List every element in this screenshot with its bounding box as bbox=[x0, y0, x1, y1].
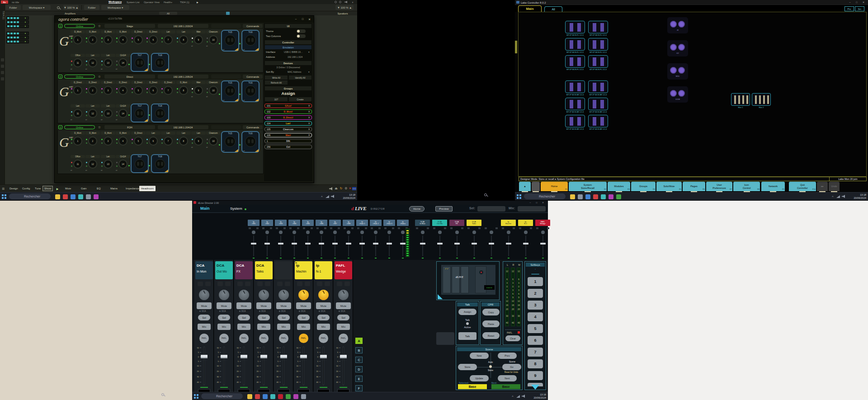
mini-strip-fader-cap[interactable] bbox=[454, 243, 460, 245]
strip-assign-button[interactable] bbox=[225, 282, 231, 286]
lake-meter-module[interactable] bbox=[731, 93, 750, 106]
taskbar-app-icon[interactable] bbox=[78, 194, 83, 199]
port-knob[interactable]: 12 bbox=[88, 109, 97, 118]
mix-button[interactable]: Mix bbox=[277, 324, 290, 330]
strip-knob[interactable] bbox=[199, 290, 209, 300]
mini-strip-fader-track[interactable] bbox=[542, 235, 543, 256]
group-remove-button[interactable]: X bbox=[308, 133, 310, 137]
maximize-button[interactable]: □ bbox=[300, 17, 305, 21]
toolbar-button-system-store-recall[interactable]: System Store/RecallF2 bbox=[569, 182, 607, 191]
mini-strip-button[interactable] bbox=[384, 227, 387, 229]
mini-strip-fader-cap[interactable] bbox=[387, 243, 392, 245]
mute-button[interactable]: Mute bbox=[316, 302, 331, 309]
strip-assign-button[interactable] bbox=[344, 282, 350, 286]
mini-strip-fader-track[interactable] bbox=[491, 235, 492, 256]
port-knob[interactable]: 8 bbox=[179, 136, 188, 146]
strip-header[interactable]: DCAIn Mon bbox=[195, 261, 213, 279]
mini-strip-fader-track[interactable] bbox=[253, 235, 254, 256]
strip-knob[interactable] bbox=[298, 290, 309, 300]
softkey-3[interactable]: 3 bbox=[528, 301, 543, 310]
taskbar-app-icon[interactable] bbox=[301, 394, 306, 399]
tab-all[interactable]: All bbox=[544, 6, 562, 12]
taskbar-app-icon[interactable] bbox=[263, 394, 268, 399]
toolbar-button--[interactable]: ▸▸ bbox=[817, 182, 828, 191]
strip-header[interactable]: DCAFX bbox=[235, 261, 253, 279]
pafl-button[interactable]: PAFL bbox=[219, 334, 229, 343]
pane-tab-amplifiers[interactable]: Amplifiers bbox=[60, 12, 80, 15]
port-knob[interactable]: 4 bbox=[118, 86, 127, 95]
strip-header[interactable]: PAFLWedge bbox=[335, 261, 352, 279]
taskbar-app-icon[interactable] bbox=[570, 194, 575, 199]
mini-strip-knob[interactable] bbox=[472, 231, 476, 234]
lake-frame-module[interactable] bbox=[565, 115, 585, 127]
port-knob[interactable]: 7 bbox=[164, 35, 173, 44]
mini-strip-fader-cap[interactable] bbox=[506, 243, 511, 245]
mini-strip-fader-cap[interactable] bbox=[292, 243, 297, 245]
mix-button[interactable]: Mix bbox=[198, 324, 211, 330]
connector-box[interactable]: Tr15wt bbox=[221, 131, 239, 153]
mini-strip-button[interactable] bbox=[330, 227, 332, 229]
strip-knob[interactable] bbox=[239, 290, 249, 300]
mini-strip-fader-cap[interactable] bbox=[400, 243, 406, 245]
sidebar-mini-icon[interactable] bbox=[1, 65, 4, 68]
group-id-field[interactable]: 107 bbox=[265, 97, 288, 101]
port-knob[interactable]: 10 bbox=[209, 35, 218, 44]
mini-strip-knob[interactable] bbox=[306, 231, 310, 234]
taskbar-app-icon[interactable] bbox=[94, 194, 99, 199]
mini-strip-knob[interactable] bbox=[333, 231, 337, 234]
lake-frame-module[interactable] bbox=[565, 21, 585, 33]
talk-button[interactable]: Talk bbox=[458, 332, 476, 340]
group-row[interactable]: 106Wan!X bbox=[264, 133, 312, 137]
mini-strip-fader-track[interactable] bbox=[321, 235, 322, 256]
taskbar-app-icon[interactable] bbox=[286, 394, 291, 399]
mini-strip-knob[interactable] bbox=[387, 231, 391, 234]
device-name-field[interactable]: Stage bbox=[104, 24, 155, 28]
pafl-button[interactable]: PAFL bbox=[239, 334, 249, 343]
taskbar-app-icon[interactable] bbox=[601, 194, 606, 199]
folder-button[interactable]: Folder bbox=[5, 5, 21, 10]
pafl-button[interactable]: PAFL bbox=[199, 334, 209, 343]
scene-prev-button[interactable]: Prev bbox=[498, 353, 517, 359]
strip-assign-button[interactable] bbox=[217, 282, 223, 286]
start-button[interactable] bbox=[194, 394, 198, 399]
port-knob[interactable]: 13 bbox=[104, 58, 113, 67]
softkeys-down-icon[interactable] bbox=[531, 385, 539, 390]
port-knob[interactable]: 3 bbox=[104, 86, 113, 95]
taskbar-app-icon[interactable] bbox=[55, 194, 60, 199]
mini-strip-fader-track[interactable] bbox=[422, 235, 423, 256]
fader-cap[interactable] bbox=[241, 355, 247, 358]
commands-button[interactable]: Commands bbox=[243, 24, 263, 28]
port-knob[interactable]: 6 bbox=[149, 35, 158, 44]
port-knob[interactable]: 5 bbox=[134, 35, 143, 44]
fader-cap[interactable] bbox=[260, 355, 267, 358]
taskbar-app-icon[interactable] bbox=[270, 394, 275, 399]
mini-strip-knob[interactable] bbox=[347, 231, 350, 234]
strip-assign-button[interactable] bbox=[205, 282, 211, 286]
mini-strip-knob[interactable] bbox=[421, 231, 425, 234]
taskbar-app-icon[interactable] bbox=[247, 394, 252, 399]
corner-triangle-icon[interactable] bbox=[438, 294, 443, 299]
star-icon[interactable]: ☆ bbox=[97, 125, 102, 130]
mini-strip-fader-track[interactable] bbox=[402, 235, 403, 256]
copy-button[interactable]: Copy bbox=[482, 309, 500, 315]
view-tab-design[interactable]: Design bbox=[8, 186, 19, 191]
mini-strip-button[interactable] bbox=[467, 227, 470, 229]
softkey-4[interactable]: 4 bbox=[528, 312, 543, 321]
mini-strip-button[interactable] bbox=[270, 227, 272, 229]
group-row[interactable]: 101GAce!X bbox=[264, 104, 312, 108]
zoom-control-right[interactable]: ▼ 100 % ▲ bbox=[335, 5, 354, 10]
workspace-dropdown[interactable]: Workspace ▾ bbox=[23, 5, 51, 10]
mini-strip-fader-track[interactable] bbox=[267, 235, 268, 256]
start-button[interactable] bbox=[2, 194, 6, 199]
grid-icon[interactable]: ⊞ bbox=[1, 187, 5, 191]
sel-button[interactable]: Sel bbox=[297, 315, 310, 320]
port-knob[interactable]: 7 bbox=[164, 86, 173, 95]
mini-strip-fader-track[interactable] bbox=[389, 235, 390, 256]
softkey-9[interactable]: 9 bbox=[528, 371, 543, 380]
pafl-button[interactable]: PAFL bbox=[259, 334, 269, 343]
group-row[interactable]: 256Ctrl bbox=[264, 145, 312, 149]
mini-strip-knob[interactable] bbox=[360, 231, 364, 234]
connector-box[interactable]: Tr18 bbox=[151, 154, 169, 173]
softkey-8[interactable]: 8 bbox=[528, 359, 543, 368]
maximize-button[interactable]: □ bbox=[854, 0, 859, 4]
